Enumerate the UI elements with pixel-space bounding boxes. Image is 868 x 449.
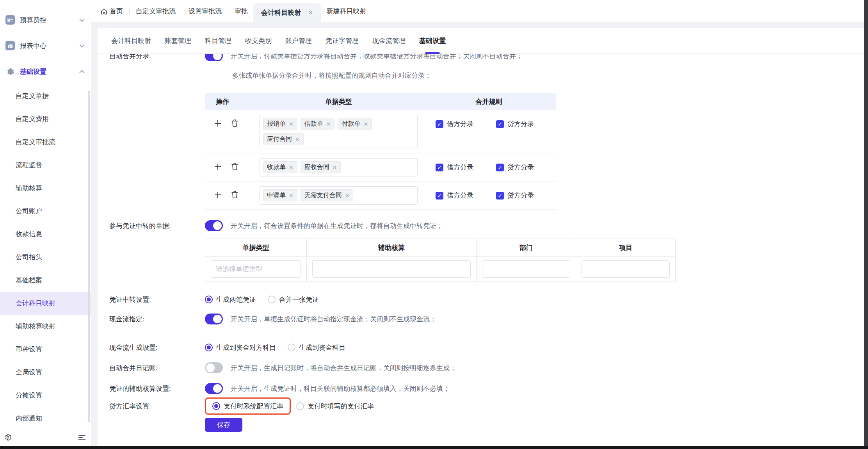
sidebar-item-aux-accounting-mapping[interactable]: 辅助核算映射 [0, 315, 91, 338]
sidebar-section-basic-settings[interactable]: 基础设置 [0, 59, 91, 84]
credit-entry-checkbox[interactable]: ✓贷方分录 [496, 119, 534, 128]
field-label: 自动合并分录: [98, 54, 205, 62]
sidebar-item-allocation-settings[interactable]: 分摊设置 [0, 384, 91, 407]
delete-row-icon[interactable] [231, 119, 238, 127]
doc-type-chip: 付款单✕ [338, 118, 372, 130]
sidebar-item-basic-archives[interactable]: 基础档案 [0, 269, 91, 292]
sidebar-item-company-account[interactable]: 公司账户 [0, 200, 91, 223]
remove-tag-icon[interactable]: ✕ [289, 121, 293, 127]
collapse-sidebar-icon[interactable] [78, 434, 86, 440]
settings-gear-icon[interactable] [4, 433, 12, 441]
radio-unselected-icon [296, 402, 304, 410]
helper-text: 开关开启，符合设置条件的单据在生成凭证时，都将自动生成中转凭证； [231, 221, 443, 230]
debit-entry-checkbox[interactable]: ✓借方分录 [436, 163, 473, 172]
sidebar-item-currency-settings[interactable]: 币种设置 [0, 338, 91, 361]
radio-system-configured-rate[interactable]: 支付时系统配置汇率 [212, 402, 283, 411]
add-row-icon[interactable] [214, 191, 221, 198]
sidebar-item-custom-docs[interactable]: 自定义单据 [0, 84, 91, 107]
remove-tag-icon[interactable]: ✕ [333, 164, 337, 171]
sidebar-item-company-header[interactable]: 公司抬头 [0, 246, 91, 269]
remove-tag-icon[interactable]: ✕ [363, 121, 368, 127]
settings-scroll-area: 自动合并分录: 开关开启，付款类单据贷方分录将自动合并，收款类单据借方分录将自动… [98, 54, 864, 446]
sidebar-item-custom-approval-flow[interactable]: 自定义审批流 [0, 130, 91, 153]
voucher-aux-toggle[interactable] [205, 383, 223, 394]
doc-type-multiselect[interactable]: 报销单✕ 借款单✕ 付款单✕ 应付合同✕ [260, 115, 418, 148]
transfer-docs-toggle[interactable] [205, 220, 223, 231]
tab-new-subject-mapping[interactable]: 新建科目映射 [326, 7, 366, 16]
sidebar-item-aux-accounting[interactable]: 辅助核算 [0, 176, 91, 200]
remove-tag-icon[interactable]: ✕ [289, 164, 293, 171]
sidebar-item-internal-notice[interactable]: 内部通知 [0, 407, 91, 430]
credit-entry-checkbox[interactable]: ✓贷方分录 [496, 191, 534, 200]
save-button[interactable]: 保存 [205, 418, 242, 432]
close-icon[interactable]: ✕ [308, 9, 313, 16]
chevron-down-icon [79, 44, 85, 48]
col-header-project: 项目 [576, 239, 676, 257]
helper-text: 开关开启，付款类单据贷方分录将自动合并，收款类单据借方分录将自动合并；关闭则不自… [231, 54, 523, 61]
checkbox-checked-icon: ✓ [496, 164, 504, 171]
tab-cashflow-management[interactable]: 现金流管理 [372, 28, 406, 53]
remove-tag-icon[interactable]: ✕ [326, 121, 331, 127]
auto-merge-toggle[interactable] [205, 54, 223, 61]
row-save: 保存 [98, 418, 864, 432]
aux-accounting-input[interactable] [312, 260, 471, 278]
doc-type-chip: 无需支付合同✕ [301, 189, 354, 201]
radio-generate-counter-subject[interactable]: 生成到资金对方科目 [205, 343, 276, 352]
sidebar-item-process-monitor[interactable]: 流程监督 [0, 153, 91, 176]
sidebar-item-account-subject-mapping[interactable]: 会计科目映射 [0, 292, 91, 315]
debit-entry-checkbox[interactable]: ✓借方分录 [436, 119, 473, 128]
checkbox-checked-icon: ✓ [496, 120, 504, 128]
department-input[interactable] [482, 260, 570, 278]
add-row-icon[interactable] [214, 163, 221, 170]
sidebar-item-custom-expense[interactable]: 自定义费用 [0, 107, 91, 130]
table-header: 单据类型 辅助核算 部门 项目 [205, 239, 676, 257]
sidebar-section-label: 预算费控 [20, 16, 46, 25]
project-input[interactable] [582, 260, 670, 278]
radio-payment-filled-rate[interactable]: 支付时填写的支付汇率 [296, 402, 374, 411]
tab-basic-settings[interactable]: 基础设置 [419, 28, 446, 53]
tab-account-subject-mapping[interactable]: 会计科目映射 [111, 28, 151, 53]
tab-set-approval-flow[interactable]: 设置审批流 [189, 7, 222, 16]
debit-entry-checkbox[interactable]: ✓借方分录 [436, 191, 473, 200]
doc-type-select[interactable]: 请选择单据类型 [211, 260, 301, 278]
radio-generate-fund-subject[interactable]: 生成到资金科目 [288, 343, 345, 352]
tab-approval[interactable]: 审批 [235, 7, 248, 16]
tab-income-expense-category[interactable]: 收支类别 [245, 28, 272, 53]
radio-two-vouchers[interactable]: 生成两笔凭证 [205, 295, 256, 304]
tab-ledger-management[interactable]: 账套管理 [165, 28, 191, 53]
cashflow-assign-toggle[interactable] [205, 314, 223, 324]
field-label: 现金流指定: [98, 313, 205, 325]
table-row: 申请单✕ 无需支付合同✕ ✓借方分录 ✓贷方分录 [205, 182, 556, 210]
tab-voucher-word-management[interactable]: 凭证字管理 [326, 28, 359, 53]
remove-tag-icon[interactable]: ✕ [345, 192, 350, 199]
row-auto-merge-journal: 自动合并日记账: 开关开启，生成日记账时，将自动合并生成日记账，关闭则按明细逐条… [98, 362, 864, 374]
tab-subject-management[interactable]: 科目管理 [205, 28, 231, 53]
radio-merge-one-voucher[interactable]: 合并一张凭证 [268, 295, 319, 304]
sidebar-section-reports[interactable]: 报表中心 [0, 33, 91, 59]
tab-label: 会计科目映射 [261, 8, 301, 17]
credit-entry-checkbox[interactable]: ✓贷方分录 [496, 163, 534, 172]
sidebar-item-global-settings[interactable]: 全局设置 [0, 361, 91, 384]
col-header-operation: 操作 [205, 97, 256, 106]
delete-row-icon[interactable] [231, 191, 238, 198]
table-row: 请选择单据类型 [205, 257, 676, 282]
delete-row-icon[interactable] [231, 163, 238, 170]
app-window: ¥= 预算费控 报表中心 基础设置 自定义单据 自定义费用 [0, 0, 868, 449]
doc-type-chip: 应收合同✕ [301, 161, 341, 173]
tab-home[interactable]: 首页 [101, 7, 123, 16]
tab-account-management[interactable]: 账户管理 [285, 28, 312, 53]
auto-merge-journal-toggle[interactable] [205, 362, 223, 373]
remove-tag-icon[interactable]: ✕ [295, 136, 300, 143]
doc-type-multiselect[interactable]: 申请单✕ 无需支付合同✕ [260, 186, 418, 205]
tab-account-subject-mapping-active[interactable]: 会计科目映射 ✕ [253, 3, 321, 22]
field-label: 凭证的辅助核算设置: [98, 383, 205, 394]
add-row-icon[interactable] [214, 120, 221, 127]
sidebar-section-budget[interactable]: ¥= 预算费控 [0, 7, 91, 33]
sidebar-item-receipt-info[interactable]: 收款信息 [0, 223, 91, 246]
remove-tag-icon[interactable]: ✕ [289, 192, 293, 199]
checkbox-checked-icon: ✓ [496, 192, 504, 200]
doc-type-multiselect[interactable]: 收款单✕ 应收合同✕ [260, 158, 418, 176]
sidebar-scrollbar[interactable] [88, 91, 90, 422]
table-row: 报销单✕ 借款单✕ 付款单✕ 应付合同✕ ✓借方分录 ✓贷方分录 [205, 110, 556, 153]
tab-custom-approval-flow[interactable]: 自定义审批流 [136, 7, 176, 16]
